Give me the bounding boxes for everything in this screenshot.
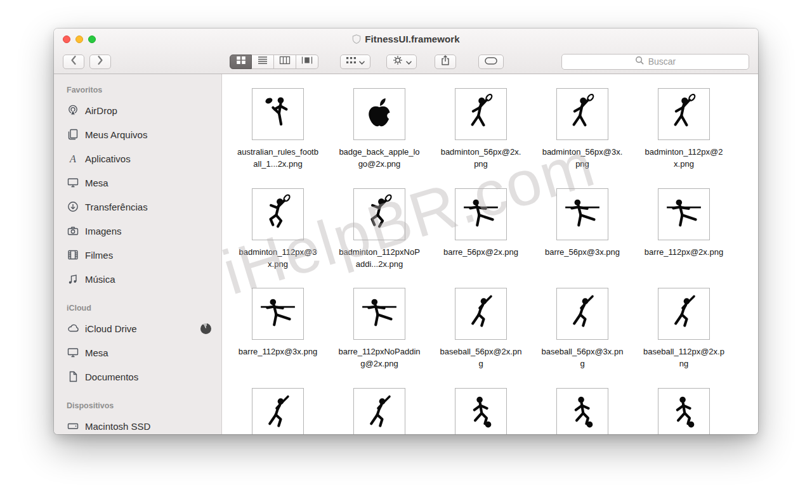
apple-icon [353, 88, 405, 140]
file-item[interactable]: barre_112pxNoPadding@2x.png [329, 288, 430, 370]
baseball-icon [252, 388, 304, 434]
file-grid: australian_rules_football_1...2x.pngbadg… [222, 74, 758, 434]
toolbar: Buscar [54, 49, 758, 74]
barre-icon [353, 288, 405, 340]
file-item[interactable] [430, 388, 532, 434]
file-item[interactable] [329, 388, 430, 434]
file-name: badminton_112px@3x.png [237, 247, 319, 271]
badminton-jump-icon [252, 188, 304, 240]
file-item[interactable]: badminton_56px@3x.png [532, 88, 633, 171]
forward-button[interactable] [89, 55, 111, 69]
share-icon [440, 55, 450, 68]
sidebar-item-imagens[interactable]: Imagens [67, 219, 221, 243]
framework-badge-icon [352, 34, 361, 44]
sidebar-item-filmes[interactable]: Filmes [67, 243, 221, 267]
sidebar-item-label: Meus Arquivos [85, 129, 147, 140]
sidebar-item-meus-arquivos[interactable]: Meus Arquivos [67, 122, 221, 146]
sidebar-item-label: Mesa [85, 178, 108, 188]
tags-button[interactable] [478, 55, 504, 69]
sidebar-item-transfer-ncias[interactable]: Transferências [67, 195, 221, 219]
file-item[interactable]: baseball_56px@2x.png [430, 288, 532, 370]
sidebar-item-label: Mesa [85, 347, 108, 358]
svg-text:A: A [69, 153, 76, 164]
barre-icon [455, 188, 507, 240]
file-item[interactable] [633, 388, 735, 434]
file-item[interactable]: badminton_56px@2x.png [430, 88, 532, 171]
titlebar[interactable]: FitnessUI.framework [54, 29, 758, 49]
sidebar-item-documentos[interactable]: Documentos [67, 365, 221, 389]
badminton-icon [556, 88, 608, 140]
file-name: barre_112pxNoPadding@2x.png [338, 346, 421, 370]
sidebar-item-macintosh-ssd[interactable]: Macintosh SSD [67, 414, 221, 434]
action-menu-button[interactable] [386, 55, 417, 69]
list-view-button[interactable] [252, 55, 274, 69]
file-item[interactable]: badminton_112px@2x.png [633, 88, 735, 171]
sidebar-section-label: Favoritos [67, 86, 221, 94]
file-name: badge_back_apple_logo@2x.png [338, 146, 421, 171]
file-name: badminton_112px@2x.png [643, 146, 725, 171]
barre-icon [658, 188, 710, 240]
sidebar-item-label: Música [85, 274, 115, 285]
tag-icon [485, 56, 497, 67]
kick-icon [252, 88, 304, 140]
chevron-down-icon [406, 56, 412, 67]
back-button[interactable] [63, 55, 84, 69]
file-item[interactable]: barre_56px@2x.png [430, 188, 532, 271]
airdrop-icon [67, 104, 79, 117]
chevron-down-icon [359, 56, 365, 67]
file-item[interactable]: barre_112px@3x.png [227, 288, 329, 370]
column-view-button[interactable] [274, 55, 296, 69]
minimize-button[interactable] [75, 36, 83, 43]
file-item[interactable]: australian_rules_football_1...2x.png [227, 88, 329, 171]
file-item[interactable] [532, 388, 633, 434]
music-icon [67, 273, 79, 285]
file-name: australian_rules_football_1...2x.png [237, 146, 319, 171]
group-icon [346, 56, 357, 67]
badminton-icon [658, 88, 710, 140]
sidebar-item-label: Filmes [85, 250, 113, 261]
traffic-lights [63, 29, 96, 49]
sidebar-item-icloud-drive[interactable]: iCloud Drive [67, 316, 221, 340]
file-item[interactable]: barre_56px@3x.png [532, 188, 633, 271]
share-button[interactable] [435, 55, 456, 69]
file-item[interactable]: barre_112px@2x.png [633, 188, 735, 271]
file-item[interactable]: badminton_112pxNoPaddi...2x.png [329, 188, 430, 271]
sidebar-item-airdrop[interactable]: AirDrop [67, 98, 221, 122]
close-button[interactable] [63, 36, 70, 43]
file-name: baseball_56px@3x.png [541, 346, 624, 370]
search-input[interactable]: Buscar [561, 54, 749, 70]
icon-view-button[interactable] [230, 55, 252, 69]
sidebar-item-label: Macintosh SSD [85, 421, 150, 432]
file-item[interactable]: badminton_112px@3x.png [227, 188, 329, 271]
documents-icon [67, 370, 79, 383]
file-item[interactable]: baseball_112px@2x.png [633, 288, 735, 370]
pictures-icon [67, 224, 79, 237]
sidebar-item-m-sica[interactable]: Música [67, 267, 221, 291]
baseball-icon [658, 288, 710, 340]
finder-window: FitnessUI.framework [54, 29, 758, 434]
sidebar-item-label: iCloud Drive [85, 323, 137, 334]
arrange-button[interactable] [340, 55, 370, 69]
zoom-button[interactable] [88, 36, 96, 43]
file-item[interactable] [227, 388, 329, 434]
file-item[interactable]: badge_back_apple_logo@2x.png [329, 88, 430, 171]
applications-icon: A [67, 152, 79, 165]
downloads-icon [67, 200, 79, 213]
sidebar-section-label: iCloud [67, 304, 221, 313]
documents-stack-icon [67, 128, 79, 141]
sidebar-item-mesa[interactable]: Mesa [67, 171, 221, 195]
sidebar-item-label: AirDrop [85, 105, 117, 116]
sidebar-item-aplicativos[interactable]: AAplicativos [67, 146, 221, 171]
badminton-icon [455, 88, 507, 140]
barre-icon [556, 188, 608, 240]
file-item[interactable]: baseball_56px@3x.png [532, 288, 633, 370]
sidebar-item-label: Imagens [85, 226, 122, 236]
coverflow-view-button[interactable] [296, 55, 318, 69]
barre-icon [252, 288, 304, 340]
desktop-icon [67, 346, 79, 359]
icloud-drive-icon [67, 322, 79, 335]
sidebar-item-mesa[interactable]: Mesa [67, 340, 221, 365]
gear-icon [392, 55, 403, 68]
file-name: barre_112px@2x.png [645, 247, 723, 259]
soccer-icon [556, 388, 608, 434]
